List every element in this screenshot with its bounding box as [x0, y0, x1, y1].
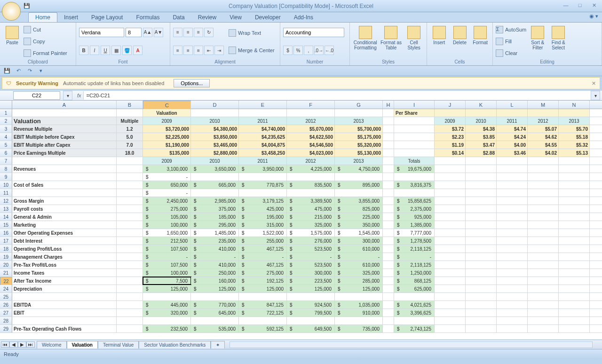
underline-button[interactable]: U	[101, 46, 110, 55]
cell[interactable]: $4,546,500	[287, 141, 335, 149]
cell[interactable]	[528, 109, 559, 117]
cell[interactable]	[528, 197, 559, 205]
tab-page-layout[interactable]: Page Layout	[85, 13, 129, 22]
cell[interactable]	[466, 189, 497, 197]
cell[interactable]: 5.0	[117, 133, 143, 141]
cell[interactable]: $3,389,500	[287, 197, 335, 205]
tab-home[interactable]: Home	[28, 12, 57, 22]
cell[interactable]	[559, 173, 590, 181]
cell[interactable]	[559, 261, 590, 269]
cell[interactable]	[435, 197, 466, 205]
cell[interactable]	[559, 205, 590, 213]
cell[interactable]: $5,130,000	[335, 149, 383, 157]
cell[interactable]	[497, 253, 528, 261]
cell[interactable]	[497, 293, 528, 301]
cell[interactable]	[394, 293, 435, 301]
qat-more-icon[interactable]: ▾	[37, 67, 45, 75]
row-header[interactable]: 7	[0, 157, 12, 165]
cell[interactable]	[383, 157, 394, 165]
cell[interactable]: $770,875	[239, 181, 287, 189]
cell[interactable]: $925,000	[394, 213, 435, 221]
cell[interactable]	[559, 221, 590, 229]
cell[interactable]	[559, 197, 590, 205]
cell[interactable]	[394, 173, 435, 181]
cell[interactable]: 2012	[287, 117, 335, 125]
cell[interactable]	[117, 213, 143, 221]
indent-dec-icon[interactable]: ⇤	[204, 46, 214, 55]
cell[interactable]: $215,000	[287, 213, 335, 221]
percent-icon[interactable]: %	[293, 46, 303, 55]
conditional-formatting-button[interactable]: Conditional Formatting	[353, 24, 378, 59]
format-as-table-button[interactable]: Format as Table	[380, 24, 403, 59]
cell[interactable]	[528, 205, 559, 213]
align-center-icon[interactable]: ≡	[183, 46, 193, 55]
cell[interactable]: $2.88	[466, 149, 497, 157]
cell[interactable]	[383, 149, 394, 157]
bold-button[interactable]: B	[79, 46, 88, 55]
cell[interactable]: $665,000	[191, 181, 239, 189]
fill-color-button[interactable]: 🪣	[122, 46, 132, 55]
cell[interactable]: $-	[239, 253, 287, 261]
cell[interactable]: $4,225,000	[287, 165, 335, 173]
cell[interactable]: $285,000	[335, 277, 383, 285]
undo-icon[interactable]: ↶	[14, 67, 23, 75]
cell[interactable]: $5.70	[559, 125, 590, 133]
cell[interactable]	[435, 293, 466, 301]
borders-button[interactable]: ▦	[111, 46, 121, 55]
row-header[interactable]: 10	[0, 181, 12, 189]
cell[interactable]	[143, 293, 191, 301]
currency-icon[interactable]: $	[283, 46, 293, 55]
cell[interactable]	[239, 109, 287, 117]
cell[interactable]	[435, 325, 466, 332]
row-header[interactable]: 19	[0, 253, 12, 261]
cell[interactable]: $0.14	[435, 149, 466, 157]
cell[interactable]: $325,000	[335, 269, 383, 277]
cell[interactable]: $125,000	[191, 285, 239, 293]
cell[interactable]: $5.32	[559, 141, 590, 149]
cell[interactable]: $5,070,000	[287, 125, 335, 133]
font-name-select[interactable]	[79, 28, 124, 37]
cell[interactable]: $910,000	[335, 309, 383, 317]
cell[interactable]: $523,500	[287, 245, 335, 253]
horizontal-scrollbar[interactable]	[230, 341, 593, 348]
cell[interactable]	[383, 189, 394, 197]
cell[interactable]	[117, 261, 143, 269]
cell[interactable]	[383, 165, 394, 173]
cell[interactable]: $125,000	[143, 285, 191, 293]
delete-cells-button[interactable]: Delete	[451, 24, 469, 59]
cell[interactable]: $868,125	[394, 277, 435, 285]
cell[interactable]	[497, 317, 528, 324]
cell[interactable]: Price Earnings Multiple	[12, 149, 117, 157]
cell[interactable]: $3,465,000	[191, 141, 239, 149]
cell[interactable]	[239, 173, 287, 181]
grow-font-icon[interactable]: A▲	[143, 28, 152, 37]
cell[interactable]	[497, 269, 528, 277]
clear-button[interactable]: Clear	[496, 48, 526, 58]
cell[interactable]: $625,000	[394, 285, 435, 293]
cell[interactable]: $212,500	[143, 237, 191, 245]
cell[interactable]: EBIT	[12, 309, 117, 317]
cell[interactable]: $410,000	[191, 261, 239, 269]
cell[interactable]	[466, 317, 497, 324]
copy-button[interactable]: Copy	[24, 36, 67, 47]
cell[interactable]	[117, 205, 143, 213]
cell[interactable]: $5,700,000	[335, 125, 383, 133]
cell[interactable]: $535,000	[191, 325, 239, 332]
cell[interactable]: $235,000	[191, 237, 239, 245]
cell[interactable]: $2,118,125	[394, 261, 435, 269]
cell[interactable]	[435, 245, 466, 253]
col-header[interactable]: F	[287, 101, 335, 109]
cell[interactable]	[435, 237, 466, 245]
cell[interactable]	[383, 277, 394, 285]
cell[interactable]: $4.74	[497, 125, 528, 133]
cell[interactable]	[497, 309, 528, 317]
cell[interactable]: $2,880,000	[191, 149, 239, 157]
spreadsheet-grid[interactable]: A B C D E F G H I J K L M N 1ValuationPe…	[0, 101, 602, 340]
cell[interactable]: $275,000	[143, 205, 191, 213]
cell[interactable]: $3,396,625	[394, 309, 435, 317]
cell[interactable]: $649,500	[287, 325, 335, 332]
cell[interactable]: $250,000	[191, 269, 239, 277]
row-header[interactable]: 1	[0, 109, 12, 117]
row-header[interactable]: 20	[0, 261, 12, 269]
cell[interactable]: $2,985,000	[191, 197, 239, 205]
